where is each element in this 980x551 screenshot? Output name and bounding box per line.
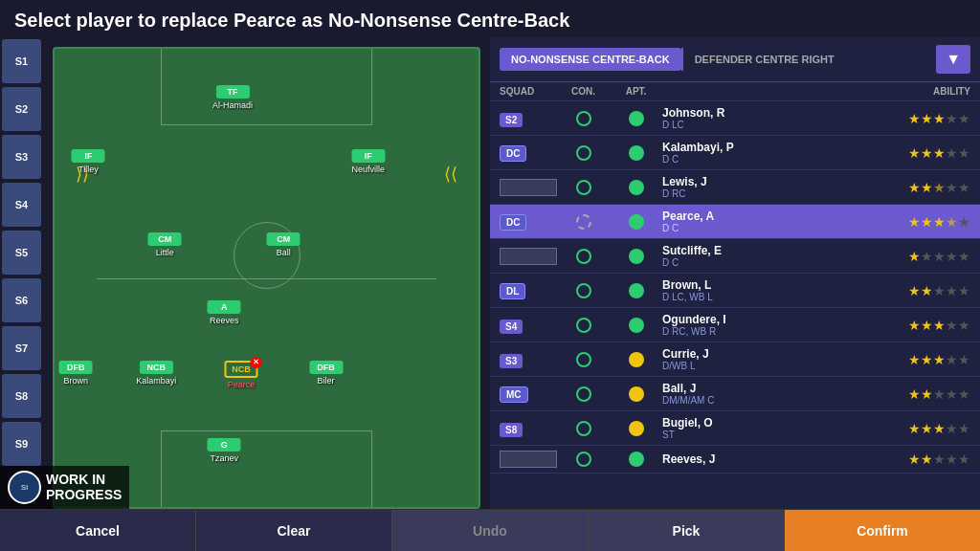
player-token-little[interactable]: CMLittle <box>148 232 182 257</box>
pitch-wrapper: S1S2S3S4S5S6S7S8S9 ⟩⟩ ⟩⟩ TFAl-HamadiIFTi… <box>0 37 490 509</box>
player-token-brown[interactable]: DFBBrown <box>59 361 93 386</box>
player-position: DM/M/AM C <box>662 395 884 406</box>
player-row[interactable]: MCBall, JDM/M/AM C★★★★★ <box>490 377 980 411</box>
confirm-button[interactable]: Confirm <box>785 510 980 551</box>
squad-badge: DC <box>500 214 526 231</box>
star-icon: ★ <box>908 180 921 195</box>
con-indicator <box>576 111 591 126</box>
pos-btn-s8[interactable]: S8 <box>2 374 41 418</box>
pos-btn-s5[interactable]: S5 <box>2 231 41 275</box>
star-icon: ★ <box>958 180 970 195</box>
pos-btn-s1[interactable]: S1 <box>2 39 41 83</box>
pos-btn-s9[interactable]: S9 <box>2 422 41 466</box>
wip-text: WORK IN PROGRESS <box>46 473 122 502</box>
player-badge-tilley: IF <box>72 149 105 163</box>
player-position: D RC, WB R <box>662 326 884 337</box>
star-icon: ★ <box>946 214 958 230</box>
pick-button[interactable]: Pick <box>589 510 785 551</box>
squad-empty <box>500 248 557 265</box>
position-tab-alt[interactable]: DEFENDER CENTRE RIGHT <box>681 48 846 71</box>
ability-stars: ★★★★★ <box>884 318 970 333</box>
col-ability: ABILITY <box>884 86 970 97</box>
apt-indicator <box>629 318 644 333</box>
player-row[interactable]: Reeves, J★★★★★ <box>490 446 980 474</box>
star-icon: ★ <box>908 452 921 467</box>
player-token-biler[interactable]: DFBBiler <box>309 361 343 386</box>
player-token-tilley[interactable]: IFTilley <box>72 149 105 174</box>
player-token-neufville[interactable]: IFNeufville <box>351 149 385 174</box>
star-icon: ★ <box>933 214 946 230</box>
player-info: Ball, JDM/M/AM C <box>662 382 884 406</box>
player-position: D/WB L <box>662 361 884 371</box>
position-tab-main[interactable]: NO-NONSENSE CENTRE-BACK <box>500 48 681 71</box>
player-name-kalambayi: Kalambayi <box>136 376 176 386</box>
pos-btn-s2[interactable]: S2 <box>2 87 41 131</box>
player-position: D C <box>662 257 884 268</box>
player-name-label: Reeves, J <box>662 452 884 466</box>
squad-empty <box>500 179 557 196</box>
player-name-tzanev: Tzanev <box>210 453 238 463</box>
player-list-area: NO-NONSENSE CENTRE-BACK DEFENDER CENTRE … <box>490 37 980 509</box>
pos-btn-s7[interactable]: S7 <box>2 326 41 370</box>
cancel-button[interactable]: Cancel <box>0 510 196 551</box>
star-icon: ★ <box>958 318 970 333</box>
pos-btn-s3[interactable]: S3 <box>2 135 41 179</box>
content-area: S1S2S3S4S5S6S7S8S9 ⟩⟩ ⟩⟩ TFAl-HamadiIFTi… <box>0 37 980 509</box>
squad-badge: DL <box>500 283 525 299</box>
player-row[interactable]: DCPearce, AD C★★★★★ <box>490 205 980 239</box>
star-icon: ★ <box>933 111 946 126</box>
ability-stars: ★★★★★ <box>884 452 970 467</box>
player-name-little: Little <box>156 248 174 257</box>
star-icon: ★ <box>933 145 946 161</box>
player-token-ball[interactable]: CMBall <box>267 232 301 257</box>
pos-btn-s4[interactable]: S4 <box>2 183 41 227</box>
star-icon: ★ <box>921 352 933 367</box>
player-token-reeves[interactable]: AReeves <box>208 300 241 325</box>
player-info: Brown, LD LC, WB L <box>662 278 884 302</box>
player-token-kalambayi[interactable]: NCBKalambayi <box>136 361 176 386</box>
star-icon: ★ <box>908 318 921 333</box>
player-name-label: Currie, J <box>662 347 884 361</box>
player-row[interactable]: Sutcliffe, ED C★★★★★ <box>490 239 980 274</box>
pos-btn-s6[interactable]: S6 <box>2 278 41 322</box>
watermark: SI WORK IN PROGRESS <box>0 466 129 509</box>
star-icon: ★ <box>933 421 946 436</box>
clear-button[interactable]: Clear <box>196 510 392 551</box>
con-indicator <box>576 214 591 230</box>
ability-stars: ★★★★★ <box>884 214 970 230</box>
player-name-label: Lewis, J <box>662 175 884 188</box>
player-token-pearce[interactable]: NCB✕Pearce <box>224 361 257 389</box>
player-name-neufville: Neufville <box>352 165 386 174</box>
player-token-tzanev[interactable]: GTzanev <box>208 438 241 463</box>
star-icon: ★ <box>946 452 958 467</box>
player-name-pearce: Pearce <box>228 380 256 389</box>
player-name-reeves: Reeves <box>210 316 239 325</box>
player-row[interactable]: S4Ogundere, ID RC, WB R★★★★★ <box>490 308 980 342</box>
star-icon: ★ <box>933 249 946 264</box>
ability-stars: ★★★★★ <box>884 283 970 298</box>
squad-badge: S8 <box>500 423 523 437</box>
player-row[interactable]: DLBrown, LD LC, WB L★★★★★ <box>490 274 980 308</box>
star-icon: ★ <box>921 111 933 126</box>
dropdown-arrow[interactable]: ▼ <box>936 45 970 74</box>
star-icon: ★ <box>958 214 970 230</box>
star-icon: ★ <box>908 352 921 367</box>
player-token-al-hamadi[interactable]: TFAl-Hamadi <box>212 85 253 110</box>
position-buttons: S1S2S3S4S5S6S7S8S9 <box>0 37 43 509</box>
player-row[interactable]: S8Bugiel, OST★★★★★ <box>490 411 980 446</box>
star-icon: ★ <box>908 421 921 436</box>
player-row[interactable]: S3Currie, JD/WB L★★★★★ <box>490 342 980 377</box>
star-icon: ★ <box>958 352 970 367</box>
star-icon: ★ <box>958 111 970 126</box>
star-icon: ★ <box>921 249 933 264</box>
player-badge-neufville: IF <box>351 149 385 163</box>
player-row[interactable]: S2Johnson, RD LC★★★★★ <box>490 101 980 136</box>
undo-button[interactable]: Undo <box>392 510 589 551</box>
player-row[interactable]: DCKalambayi, PD C★★★★★ <box>490 136 980 170</box>
star-icon: ★ <box>933 318 946 333</box>
player-row[interactable]: Lewis, JD RC★★★★★ <box>490 170 980 205</box>
apt-indicator <box>629 145 644 161</box>
player-name-ball: Ball <box>277 248 291 257</box>
page-header: Select player to replace Pearce as No-No… <box>0 0 980 37</box>
star-icon: ★ <box>921 145 933 161</box>
